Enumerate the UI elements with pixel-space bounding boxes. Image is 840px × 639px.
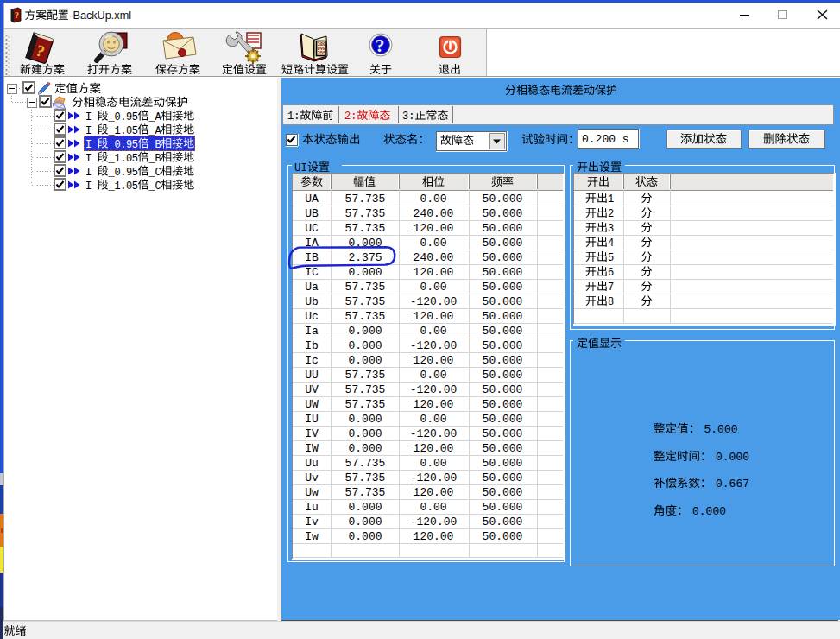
svg-text:120.00: 120.00 <box>414 354 454 367</box>
svg-text:57.735: 57.735 <box>345 486 386 499</box>
svg-text:50.000: 50.000 <box>483 237 523 250</box>
svg-text:_0.95: _0.95 <box>108 111 138 123</box>
svg-text:0.000: 0.000 <box>349 339 382 352</box>
svg-text:50.000: 50.000 <box>483 413 523 426</box>
svg-text:IC: IC <box>305 266 319 279</box>
svg-text:Uc: Uc <box>305 310 319 323</box>
svg-text:50.000: 50.000 <box>483 354 523 367</box>
svg-text:?: ? <box>15 10 19 20</box>
svg-text:-120.00: -120.00 <box>410 471 458 484</box>
svg-text:120.00: 120.00 <box>414 266 454 279</box>
svg-text:50.000: 50.000 <box>483 295 523 308</box>
svg-text:50.000: 50.000 <box>483 310 523 323</box>
svg-text:120.00: 120.00 <box>414 222 454 235</box>
svg-text:0.00: 0.00 <box>420 369 446 382</box>
svg-text:0.000: 0.000 <box>716 451 749 464</box>
svg-text:Iv: Iv <box>305 516 319 528</box>
svg-text:0.000: 0.000 <box>349 325 382 338</box>
svg-text:0.00: 0.00 <box>420 457 446 470</box>
svg-text:50.000: 50.000 <box>483 471 523 484</box>
svg-text:I: I <box>85 139 98 151</box>
svg-text:_0.95: _0.95 <box>108 167 138 179</box>
svg-text:0.00: 0.00 <box>420 193 446 206</box>
svg-text:120.00: 120.00 <box>414 398 454 411</box>
svg-text:_B: _B <box>148 153 161 165</box>
svg-text:355: 355 <box>318 50 327 56</box>
svg-text:2.375: 2.375 <box>349 251 382 264</box>
svg-text:_C: _C <box>148 167 161 179</box>
svg-text:Iw: Iw <box>305 530 319 543</box>
svg-text:50.000: 50.000 <box>483 281 523 294</box>
svg-text:Ua: Ua <box>305 281 319 294</box>
svg-text:_1.05: _1.05 <box>108 180 138 193</box>
svg-text:IV: IV <box>305 427 319 440</box>
svg-text:UW: UW <box>305 398 319 411</box>
svg-text:50.000: 50.000 <box>483 325 523 338</box>
svg-text:-120.00: -120.00 <box>410 383 458 396</box>
svg-text:_1.05: _1.05 <box>108 125 138 137</box>
svg-text:240.00: 240.00 <box>414 207 454 220</box>
svg-text:I: I <box>85 180 98 193</box>
svg-text:Ic: Ic <box>305 354 319 367</box>
svg-text:57.735: 57.735 <box>345 369 386 382</box>
svg-text:57.735: 57.735 <box>345 207 386 220</box>
svg-text:120.00: 120.00 <box>414 310 454 323</box>
svg-text:-BackUp.xml: -BackUp.xml <box>69 9 131 22</box>
svg-text:_1.05: _1.05 <box>108 153 138 165</box>
svg-text:50.000: 50.000 <box>483 516 523 528</box>
svg-text:4: 4 <box>608 237 614 250</box>
svg-text:50.000: 50.000 <box>483 207 523 220</box>
svg-text:_A: _A <box>148 125 162 137</box>
svg-text:0.000: 0.000 <box>349 427 382 440</box>
svg-text:1:: 1: <box>287 111 300 123</box>
svg-text:I: I <box>85 167 98 179</box>
svg-text:50.000: 50.000 <box>483 266 523 279</box>
svg-text:50.000: 50.000 <box>483 383 523 396</box>
svg-text:50.000: 50.000 <box>483 369 523 382</box>
svg-text:0.000: 0.000 <box>692 505 726 518</box>
svg-text:0.667: 0.667 <box>716 478 749 490</box>
svg-text:0.000: 0.000 <box>349 413 382 426</box>
svg-text:50.000: 50.000 <box>483 339 523 352</box>
svg-text:0.00: 0.00 <box>420 281 446 294</box>
svg-text:0.000: 0.000 <box>349 442 382 455</box>
svg-text:0.00: 0.00 <box>420 501 446 514</box>
svg-text:57.735: 57.735 <box>345 295 386 308</box>
svg-text:120.00: 120.00 <box>414 442 454 455</box>
svg-text:UC: UC <box>305 222 319 235</box>
svg-text:120.00: 120.00 <box>414 486 454 499</box>
svg-text:57.735: 57.735 <box>345 193 386 206</box>
svg-text:Uw: Uw <box>305 486 319 499</box>
svg-text:0.00: 0.00 <box>420 413 446 426</box>
svg-text:57.735: 57.735 <box>345 222 386 235</box>
svg-text:1: 1 <box>608 193 614 206</box>
svg-text:57.735: 57.735 <box>345 471 386 484</box>
svg-text:Iu: Iu <box>305 501 319 514</box>
svg-text:3:: 3: <box>402 111 414 123</box>
svg-text:UA: UA <box>305 193 319 206</box>
svg-text:IB: IB <box>305 251 319 264</box>
svg-text:0.000: 0.000 <box>349 530 382 543</box>
svg-text:7: 7 <box>608 282 614 294</box>
svg-text:0.000: 0.000 <box>349 266 382 279</box>
svg-text:57.735: 57.735 <box>345 281 386 294</box>
svg-text:?: ? <box>376 35 385 56</box>
svg-text:0.200 s: 0.200 s <box>582 133 629 146</box>
svg-text:50.000: 50.000 <box>483 442 523 455</box>
svg-text:50.000: 50.000 <box>483 398 523 411</box>
svg-text:_A: _A <box>148 111 162 123</box>
svg-text:-120.00: -120.00 <box>410 295 458 308</box>
svg-text:50.000: 50.000 <box>483 193 523 206</box>
svg-text:-120.00: -120.00 <box>410 339 458 352</box>
svg-text:0.000: 0.000 <box>349 354 382 367</box>
svg-text:0.00: 0.00 <box>420 325 446 338</box>
svg-text:8: 8 <box>608 296 614 308</box>
svg-text:0.000: 0.000 <box>349 501 382 514</box>
svg-text:50.000: 50.000 <box>483 427 523 440</box>
svg-text:Uv: Uv <box>305 471 319 484</box>
svg-text:-120.00: -120.00 <box>410 427 458 440</box>
svg-text:I: I <box>85 111 98 123</box>
svg-text:57.735: 57.735 <box>345 383 386 396</box>
svg-text:I: I <box>85 125 98 137</box>
svg-text:-120.00: -120.00 <box>410 516 458 528</box>
